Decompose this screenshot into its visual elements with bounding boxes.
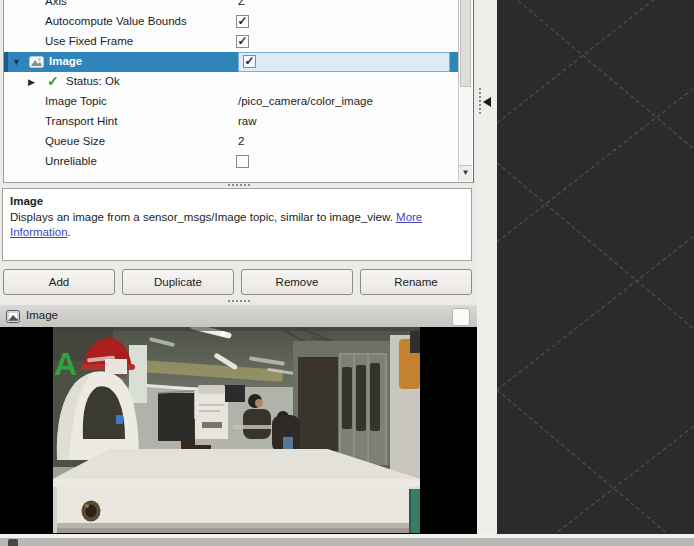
property-value[interactable]: raw <box>238 115 257 127</box>
displays-property-tree: Axis Z Autocompute Value Bounds ✓ Use Fi… <box>3 0 474 183</box>
property-label: Axis <box>45 0 67 7</box>
selected-value-cell[interactable]: ✓ <box>238 52 450 72</box>
status-ok-check-icon: ✓ <box>47 73 59 89</box>
add-button[interactable]: Add <box>3 269 115 295</box>
scroll-down-button[interactable]: ▼ <box>459 165 472 181</box>
property-row-transport-hint[interactable]: Transport Hint raw <box>4 112 459 132</box>
check-icon: ✓ <box>237 36 248 47</box>
image-panel-titlebar[interactable]: Image <box>0 304 477 327</box>
check-icon: ✓ <box>237 16 248 27</box>
panel-resize-handle[interactable] <box>228 184 250 186</box>
checkbox-checked[interactable]: ✓ <box>236 35 249 48</box>
time-panel-edge <box>0 538 694 546</box>
property-row-use-fixed-frame[interactable]: Use Fixed Frame ✓ <box>4 32 459 52</box>
image-display-icon <box>29 56 44 68</box>
property-row-unreliable[interactable]: Unreliable <box>4 152 459 172</box>
property-row-autocompute-value-bounds[interactable]: Autocompute Value Bounds ✓ <box>4 12 459 32</box>
time-panel-fragment <box>8 539 18 546</box>
remove-button[interactable]: Remove <box>241 269 353 295</box>
description-period: . <box>68 226 71 238</box>
property-label: Transport Hint <box>45 115 117 127</box>
splitter-grip-dots <box>479 88 481 114</box>
display-description-box: Image Displays an image from a sensor_ms… <box>2 188 472 261</box>
display-name: Image <box>49 55 82 67</box>
checkbox-unchecked[interactable] <box>236 155 249 168</box>
property-row-image-topic[interactable]: Image Topic /pico_camera/color_image <box>4 92 459 112</box>
property-value[interactable]: 2 <box>238 135 244 147</box>
image-panel-icon <box>6 310 20 323</box>
property-row-status[interactable]: ▶ ✓ Status: Ok <box>4 72 459 92</box>
status-label: Status: Ok <box>66 75 120 87</box>
panel-resize-handle[interactable] <box>228 300 250 302</box>
description-title: Image <box>10 195 43 207</box>
rename-button[interactable]: Rename <box>360 269 472 295</box>
panel-float-button[interactable] <box>452 308 470 326</box>
svg-text:A: A <box>54 346 77 382</box>
property-value[interactable]: Z <box>238 0 245 7</box>
render-viewport-3d[interactable] <box>497 0 694 534</box>
duplicate-button[interactable]: Duplicate <box>122 269 234 295</box>
property-row-queue-size[interactable]: Queue Size 2 <box>4 132 459 152</box>
property-label: Use Fixed Frame <box>45 35 133 47</box>
grid-lines <box>497 0 694 534</box>
image-panel-title: Image <box>26 309 58 321</box>
property-row-axis[interactable]: Axis Z <box>4 0 459 12</box>
rviz-window: Axis Z Autocompute Value Bounds ✓ Use Fi… <box>0 0 694 546</box>
expand-closed-icon[interactable]: ▶ <box>28 77 35 87</box>
property-label: Unreliable <box>45 155 97 167</box>
property-value[interactable]: /pico_camera/color_image <box>238 95 373 107</box>
panel-splitter[interactable] <box>477 0 497 534</box>
scrollbar-thumb[interactable] <box>460 0 471 87</box>
image-display-panel: A <box>0 327 477 534</box>
checkbox-checked[interactable]: ✓ <box>243 55 256 68</box>
checkbox-checked[interactable]: ✓ <box>236 15 249 28</box>
expand-open-icon[interactable]: ▼ <box>12 57 21 67</box>
property-label: Image Topic <box>45 95 107 107</box>
tree-scrollbar[interactable]: ▼ <box>458 0 472 181</box>
scroll-down-icon: ▼ <box>462 168 470 177</box>
check-icon: ✓ <box>244 56 255 67</box>
description-body: Displays an image from a sensor_msgs/Ima… <box>10 211 396 223</box>
camera-image: A <box>53 327 420 533</box>
collapse-left-icon[interactable] <box>483 97 491 107</box>
property-label: Autocompute Value Bounds <box>45 15 187 27</box>
display-row-image-selected[interactable]: ▼ Image ✓ <box>4 52 459 72</box>
property-label: Queue Size <box>45 135 105 147</box>
